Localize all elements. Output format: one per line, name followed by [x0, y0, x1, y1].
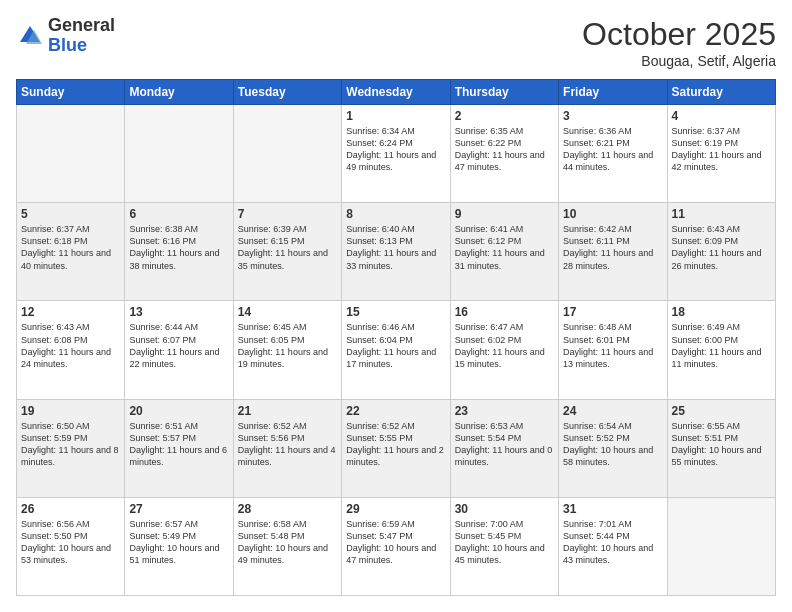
- table-row: [667, 497, 775, 595]
- weekday-header-row: Sunday Monday Tuesday Wednesday Thursday…: [17, 80, 776, 105]
- day-info: Sunrise: 6:47 AMSunset: 6:02 PMDaylight:…: [455, 321, 554, 370]
- table-row: 14Sunrise: 6:45 AMSunset: 6:05 PMDayligh…: [233, 301, 341, 399]
- day-info: Sunrise: 6:50 AMSunset: 5:59 PMDaylight:…: [21, 420, 120, 469]
- day-number: 15: [346, 305, 445, 319]
- day-number: 24: [563, 404, 662, 418]
- day-number: 5: [21, 207, 120, 221]
- table-row: 30Sunrise: 7:00 AMSunset: 5:45 PMDayligh…: [450, 497, 558, 595]
- table-row: 9Sunrise: 6:41 AMSunset: 6:12 PMDaylight…: [450, 203, 558, 301]
- day-number: 13: [129, 305, 228, 319]
- table-row: 23Sunrise: 6:53 AMSunset: 5:54 PMDayligh…: [450, 399, 558, 497]
- day-info: Sunrise: 6:48 AMSunset: 6:01 PMDaylight:…: [563, 321, 662, 370]
- day-number: 26: [21, 502, 120, 516]
- day-number: 14: [238, 305, 337, 319]
- table-row: 1Sunrise: 6:34 AMSunset: 6:24 PMDaylight…: [342, 105, 450, 203]
- day-info: Sunrise: 6:44 AMSunset: 6:07 PMDaylight:…: [129, 321, 228, 370]
- day-info: Sunrise: 6:52 AMSunset: 5:55 PMDaylight:…: [346, 420, 445, 469]
- table-row: 20Sunrise: 6:51 AMSunset: 5:57 PMDayligh…: [125, 399, 233, 497]
- day-info: Sunrise: 6:34 AMSunset: 6:24 PMDaylight:…: [346, 125, 445, 174]
- table-row: 26Sunrise: 6:56 AMSunset: 5:50 PMDayligh…: [17, 497, 125, 595]
- day-info: Sunrise: 6:54 AMSunset: 5:52 PMDaylight:…: [563, 420, 662, 469]
- day-info: Sunrise: 6:42 AMSunset: 6:11 PMDaylight:…: [563, 223, 662, 272]
- day-info: Sunrise: 6:43 AMSunset: 6:09 PMDaylight:…: [672, 223, 771, 272]
- day-info: Sunrise: 6:59 AMSunset: 5:47 PMDaylight:…: [346, 518, 445, 567]
- day-number: 1: [346, 109, 445, 123]
- table-row: 17Sunrise: 6:48 AMSunset: 6:01 PMDayligh…: [559, 301, 667, 399]
- day-number: 18: [672, 305, 771, 319]
- header: General Blue October 2025 Bougaa, Setif,…: [16, 16, 776, 69]
- header-tuesday: Tuesday: [233, 80, 341, 105]
- day-number: 10: [563, 207, 662, 221]
- day-info: Sunrise: 7:00 AMSunset: 5:45 PMDaylight:…: [455, 518, 554, 567]
- table-row: 28Sunrise: 6:58 AMSunset: 5:48 PMDayligh…: [233, 497, 341, 595]
- table-row: 7Sunrise: 6:39 AMSunset: 6:15 PMDaylight…: [233, 203, 341, 301]
- table-row: 12Sunrise: 6:43 AMSunset: 6:08 PMDayligh…: [17, 301, 125, 399]
- day-info: Sunrise: 6:58 AMSunset: 5:48 PMDaylight:…: [238, 518, 337, 567]
- table-row: 31Sunrise: 7:01 AMSunset: 5:44 PMDayligh…: [559, 497, 667, 595]
- header-monday: Monday: [125, 80, 233, 105]
- table-row: 25Sunrise: 6:55 AMSunset: 5:51 PMDayligh…: [667, 399, 775, 497]
- logo-icon: [16, 22, 44, 50]
- day-info: Sunrise: 6:57 AMSunset: 5:49 PMDaylight:…: [129, 518, 228, 567]
- day-number: 3: [563, 109, 662, 123]
- table-row: [233, 105, 341, 203]
- table-row: 15Sunrise: 6:46 AMSunset: 6:04 PMDayligh…: [342, 301, 450, 399]
- day-info: Sunrise: 6:49 AMSunset: 6:00 PMDaylight:…: [672, 321, 771, 370]
- header-saturday: Saturday: [667, 80, 775, 105]
- day-number: 21: [238, 404, 337, 418]
- table-row: 2Sunrise: 6:35 AMSunset: 6:22 PMDaylight…: [450, 105, 558, 203]
- day-number: 28: [238, 502, 337, 516]
- header-thursday: Thursday: [450, 80, 558, 105]
- day-info: Sunrise: 6:38 AMSunset: 6:16 PMDaylight:…: [129, 223, 228, 272]
- calendar-week-row: 19Sunrise: 6:50 AMSunset: 5:59 PMDayligh…: [17, 399, 776, 497]
- day-info: Sunrise: 7:01 AMSunset: 5:44 PMDaylight:…: [563, 518, 662, 567]
- day-info: Sunrise: 6:37 AMSunset: 6:19 PMDaylight:…: [672, 125, 771, 174]
- day-info: Sunrise: 6:41 AMSunset: 6:12 PMDaylight:…: [455, 223, 554, 272]
- day-info: Sunrise: 6:36 AMSunset: 6:21 PMDaylight:…: [563, 125, 662, 174]
- day-number: 6: [129, 207, 228, 221]
- title-block: October 2025 Bougaa, Setif, Algeria: [582, 16, 776, 69]
- month-title: October 2025: [582, 16, 776, 53]
- table-row: 6Sunrise: 6:38 AMSunset: 6:16 PMDaylight…: [125, 203, 233, 301]
- logo: General Blue: [16, 16, 115, 56]
- day-number: 29: [346, 502, 445, 516]
- day-info: Sunrise: 6:53 AMSunset: 5:54 PMDaylight:…: [455, 420, 554, 469]
- day-number: 8: [346, 207, 445, 221]
- calendar-page: General Blue October 2025 Bougaa, Setif,…: [0, 0, 792, 612]
- table-row: 24Sunrise: 6:54 AMSunset: 5:52 PMDayligh…: [559, 399, 667, 497]
- day-info: Sunrise: 6:45 AMSunset: 6:05 PMDaylight:…: [238, 321, 337, 370]
- table-row: 10Sunrise: 6:42 AMSunset: 6:11 PMDayligh…: [559, 203, 667, 301]
- table-row: 16Sunrise: 6:47 AMSunset: 6:02 PMDayligh…: [450, 301, 558, 399]
- table-row: 11Sunrise: 6:43 AMSunset: 6:09 PMDayligh…: [667, 203, 775, 301]
- day-info: Sunrise: 6:39 AMSunset: 6:15 PMDaylight:…: [238, 223, 337, 272]
- table-row: 8Sunrise: 6:40 AMSunset: 6:13 PMDaylight…: [342, 203, 450, 301]
- day-number: 23: [455, 404, 554, 418]
- table-row: [17, 105, 125, 203]
- day-info: Sunrise: 6:40 AMSunset: 6:13 PMDaylight:…: [346, 223, 445, 272]
- day-info: Sunrise: 6:37 AMSunset: 6:18 PMDaylight:…: [21, 223, 120, 272]
- table-row: 22Sunrise: 6:52 AMSunset: 5:55 PMDayligh…: [342, 399, 450, 497]
- day-number: 27: [129, 502, 228, 516]
- day-number: 2: [455, 109, 554, 123]
- day-number: 16: [455, 305, 554, 319]
- day-info: Sunrise: 6:35 AMSunset: 6:22 PMDaylight:…: [455, 125, 554, 174]
- location: Bougaa, Setif, Algeria: [582, 53, 776, 69]
- table-row: 4Sunrise: 6:37 AMSunset: 6:19 PMDaylight…: [667, 105, 775, 203]
- day-number: 19: [21, 404, 120, 418]
- day-number: 12: [21, 305, 120, 319]
- day-number: 4: [672, 109, 771, 123]
- day-info: Sunrise: 6:46 AMSunset: 6:04 PMDaylight:…: [346, 321, 445, 370]
- day-number: 9: [455, 207, 554, 221]
- calendar-week-row: 5Sunrise: 6:37 AMSunset: 6:18 PMDaylight…: [17, 203, 776, 301]
- logo-general-text: General: [48, 15, 115, 35]
- table-row: [125, 105, 233, 203]
- day-number: 31: [563, 502, 662, 516]
- header-wednesday: Wednesday: [342, 80, 450, 105]
- table-row: 19Sunrise: 6:50 AMSunset: 5:59 PMDayligh…: [17, 399, 125, 497]
- table-row: 3Sunrise: 6:36 AMSunset: 6:21 PMDaylight…: [559, 105, 667, 203]
- calendar-week-row: 26Sunrise: 6:56 AMSunset: 5:50 PMDayligh…: [17, 497, 776, 595]
- table-row: 13Sunrise: 6:44 AMSunset: 6:07 PMDayligh…: [125, 301, 233, 399]
- calendar-week-row: 1Sunrise: 6:34 AMSunset: 6:24 PMDaylight…: [17, 105, 776, 203]
- day-info: Sunrise: 6:55 AMSunset: 5:51 PMDaylight:…: [672, 420, 771, 469]
- header-friday: Friday: [559, 80, 667, 105]
